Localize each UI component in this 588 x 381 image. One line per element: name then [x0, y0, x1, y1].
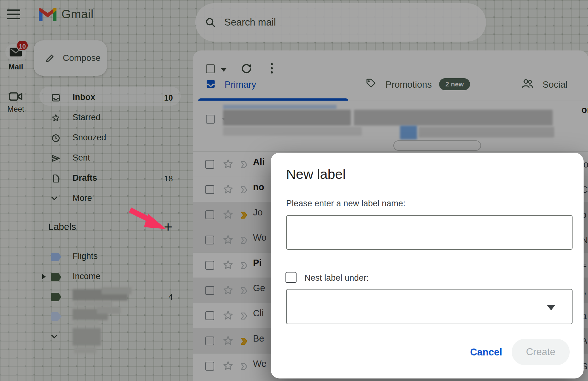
label-name-input[interactable]: [286, 215, 573, 250]
select-dropdown-icon: [547, 305, 556, 310]
nest-label-checkbox[interactable]: [285, 272, 297, 283]
cancel-button[interactable]: Cancel: [469, 344, 503, 360]
new-label-dialog: New label Please enter a new label name:…: [271, 153, 584, 378]
label-name-prompt: Please enter a new label name:: [286, 199, 405, 208]
annotation-arrow-icon: [129, 206, 170, 233]
dialog-title: New label: [286, 167, 346, 182]
create-button[interactable]: Create: [512, 339, 570, 365]
nest-label-text: Nest label under:: [304, 273, 369, 283]
parent-label-select[interactable]: [286, 289, 573, 324]
